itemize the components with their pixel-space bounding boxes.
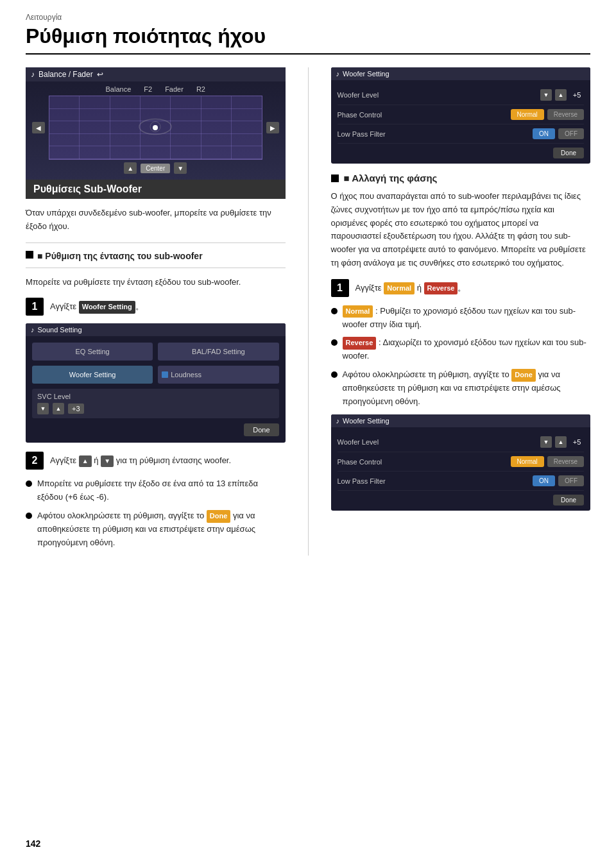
bullet-circle-2 (26, 513, 32, 519)
r2-label: R2 (196, 85, 205, 93)
normal-tag[interactable]: Normal (384, 282, 415, 295)
phase-reverse-btn[interactable]: Reverse (547, 109, 584, 120)
svc-value: +3 (68, 404, 84, 414)
phase-label-b: Phase Control (338, 458, 511, 466)
music-icon: ♪ (31, 70, 35, 79)
intro-text: Όταν υπάρχει συνδεδεμένο sub-woofer, μπο… (26, 207, 286, 234)
back-icon: ↩ (97, 70, 103, 79)
step1-text: Αγγίξτε Woofer Setting。 (50, 298, 144, 314)
bal-setting-btn[interactable]: BAL/FAD Setting (158, 343, 278, 361)
bullet-item-2: Αφότου ολοκληρώσετε τη ρύθμιση, αγγίξτε … (26, 509, 286, 549)
f2-label: F2 (144, 85, 152, 93)
black-sq-right (331, 174, 339, 182)
sound-setting-screenshot: ♪ Sound Setting EQ Setting BAL/FAD Setti… (26, 323, 286, 443)
phase-control-row-b: Phase Control Normal Reverse (338, 452, 585, 472)
normal-inline-tag: Normal (343, 305, 373, 318)
hr-divider (26, 242, 286, 243)
lpf-off-btn-b[interactable]: OFF (558, 475, 584, 486)
bullet-text-1: Μπορείτε να ρυθμίσετε την έξοδο σε ένα α… (37, 477, 286, 504)
bf-right-arrow[interactable]: ▶ (266, 122, 279, 133)
lpf-row: Low Pass Filter ON OFF (338, 124, 585, 144)
wl-down-btn-b[interactable]: ▼ (540, 436, 552, 448)
lpf-on-btn[interactable]: ON (533, 128, 555, 139)
down-arrow-icon[interactable]: ▼ (101, 455, 114, 467)
phase-normal-btn-b[interactable]: Normal (511, 456, 544, 467)
step1-row: 1 Αγγίξτε Woofer Setting。 (26, 298, 286, 316)
page-number: 142 (26, 838, 40, 849)
ws-done-btn-bottom[interactable]: Done (553, 495, 584, 506)
eq-setting-btn[interactable]: EQ Setting (32, 343, 153, 361)
page-title: Ρύθμιση ποιότητας ήχου (26, 24, 590, 55)
bf-left-arrow[interactable]: ◀ (32, 122, 45, 133)
bf-center-dot (153, 125, 158, 130)
woofer-level-controls-b: ▼ ▲ +5 (540, 436, 584, 448)
phase-normal-btn[interactable]: Normal (511, 109, 544, 120)
bf-grid (49, 96, 262, 160)
hr-divider2 (26, 268, 286, 268)
woofer-level-label-b: Woofer Level (338, 438, 541, 446)
step2-text: Αγγίξτε ▲ ή ▼ για τη ρύθμιση έντασης woo… (50, 452, 231, 468)
bf-center-btn[interactable]: Center (141, 164, 170, 173)
ss-done-btn[interactable]: Done (244, 423, 278, 436)
step1-tag[interactable]: Woofer Setting (79, 301, 135, 314)
woofer-level-row: Woofer Level ▼ ▲ +5 (338, 85, 585, 105)
lpf-off-btn[interactable]: OFF (558, 128, 584, 139)
done-tag-right[interactable]: Done (511, 369, 536, 382)
step1-text-right: Αγγίξτε Normal ή Reverse。 (355, 279, 466, 295)
right-bullet-1: Normal : Ρυθμίζει το χρονισμό εξόδου των… (331, 305, 591, 332)
loudness-btn[interactable]: Loudness (158, 366, 278, 384)
phase-reverse-btn-b[interactable]: Reverse (547, 456, 584, 467)
ws-done-btn-top[interactable]: Done (553, 148, 584, 158)
woofer-setting-screenshot-bottom: ♪ Woofer Setting Woofer Level ▼ ▲ +5 Pha… (331, 414, 591, 511)
right-bullet-3: Αφότου ολοκληρώσετε τη ρύθμιση, αγγίξτε … (331, 368, 591, 408)
step2-row: 2 Αγγίξτε ▲ ή ▼ για τη ρύθμιση έντασης w… (26, 452, 286, 470)
svc-down-btn[interactable]: ▼ (37, 403, 49, 414)
body-text: Μπορείτε να ρυθμίσετε την ένταση εξόδου … (26, 276, 286, 289)
phase-controls: Normal Reverse (511, 109, 584, 120)
wl-down-btn[interactable]: ▼ (540, 89, 552, 101)
wl-up-btn-b[interactable]: ▲ (555, 436, 567, 448)
step1-num-right: 1 (331, 279, 349, 297)
sound-music-icon: ♪ (31, 326, 35, 334)
balance-label: Balance (106, 85, 132, 93)
two-col-layout: ♪ Balance / Fader ↩ Balance F2 Fader (26, 67, 590, 556)
ws-body-top: Woofer Level ▼ ▲ +5 Phase Control Normal… (331, 80, 591, 164)
right-bullet-circle-3 (331, 371, 338, 378)
section-heading-left: Ρυθμίσεις Sub-Woofer (26, 180, 286, 199)
bullet-circle-1 (26, 481, 32, 487)
ws-body-bottom: Woofer Level ▼ ▲ +5 Phase Control Normal… (331, 427, 591, 511)
lpf-controls-b: ON OFF (533, 475, 584, 486)
phase-label: Phase Control (338, 111, 511, 119)
reverse-inline-tag: Reverse (343, 337, 377, 350)
right-bullet-circle-2 (331, 339, 338, 346)
bf-header: ♪ Balance / Fader ↩ (26, 67, 286, 81)
right-bullet-list: Normal : Ρυθμίζει το χρονισμό εξόδου των… (331, 305, 591, 409)
right-bullet-circle-1 (331, 308, 338, 314)
bf-up-arrow[interactable]: ▲ (124, 162, 137, 174)
reverse-tag[interactable]: Reverse (424, 282, 458, 295)
ws-music-icon-bottom: ♪ (336, 417, 340, 425)
woofer-setting-btn[interactable]: Woofer Setting (32, 366, 153, 384)
bf-down-arrow[interactable]: ▼ (174, 162, 187, 174)
right-body-text: Ο ήχος που αναπαράγεται από το sub-woofe… (331, 190, 591, 270)
step1-num: 1 (26, 298, 44, 316)
woofer-level-value: +5 (570, 91, 584, 99)
fader-label: Fader (165, 85, 184, 93)
up-arrow-icon[interactable]: ▲ (79, 455, 92, 467)
woofer-level-controls: ▼ ▲ +5 (540, 89, 584, 101)
lpf-label-b: Low Pass Filter (338, 477, 533, 485)
svc-up-btn[interactable]: ▲ (53, 403, 64, 414)
ws-music-icon-top: ♪ (336, 70, 340, 78)
black-square-icon (26, 251, 33, 259)
lpf-on-btn-b[interactable]: ON (533, 475, 555, 486)
bf-title: Balance / Fader (38, 70, 93, 79)
bullet-item-1: Μπορείτε να ρυθμίσετε την έξοδο σε ένα α… (26, 477, 286, 504)
balance-fader-screenshot: ♪ Balance / Fader ↩ Balance F2 Fader (26, 67, 286, 180)
bf-content: Balance F2 Fader R2 ◀ (26, 81, 286, 180)
done-tag-bullet2[interactable]: Done (207, 510, 231, 523)
section-heading-right: ■ Αλλαγή της φάσης (331, 173, 591, 183)
wl-up-btn[interactable]: ▲ (555, 89, 567, 101)
right-bullet-text-1: Normal : Ρυθμίζει το χρονισμό εξόδου των… (343, 305, 591, 332)
ws-title-top: Woofer Setting (343, 70, 389, 78)
bf-bottom-controls: ▲ Center ▼ (124, 162, 187, 174)
